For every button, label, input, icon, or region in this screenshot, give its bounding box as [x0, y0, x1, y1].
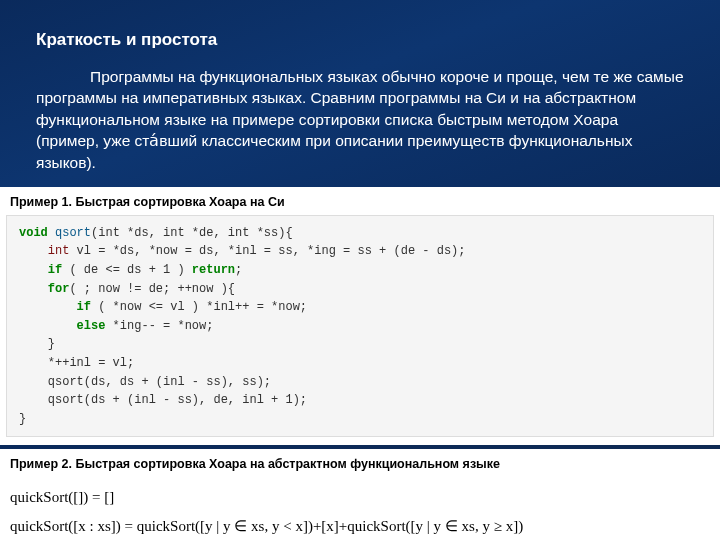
kw-if2: if	[77, 300, 91, 314]
math-line1: quickSort([]) = []	[10, 483, 710, 512]
example1-caption: Пример 1. Быстрая сортировка Хоара на Си	[10, 195, 714, 209]
decl-rest: vl = *ds, *now = ds, *inl = ss, *ing = s…	[69, 244, 465, 258]
if-cond: ( de <= ds + 1 )	[62, 263, 192, 277]
kw-return: return	[192, 263, 235, 277]
line-call2: qsort(ds + (inl - ss), de, inl + 1);	[48, 393, 307, 407]
example1-panel: Пример 1. Быстрая сортировка Хоара на Си…	[0, 187, 720, 446]
brace-close-outer: }	[19, 412, 26, 426]
example2-caption: Пример 2. Быстрая сортировка Хоара на аб…	[10, 457, 714, 471]
slide-title: Краткость и простота	[36, 30, 690, 50]
functional-code-block: quickSort([]) = [] quickSort([x : xs]) =…	[6, 477, 714, 540]
math-line2: quickSort([x : xs]) = quickSort([y | y ∈…	[10, 512, 710, 540]
line-assign: *++inl = vl;	[48, 356, 134, 370]
c-code-block: void qsort(int *ds, int *de, int *ss){ i…	[6, 215, 714, 438]
line-call1: qsort(ds, ds + (inl - ss), ss);	[48, 375, 271, 389]
semi1: ;	[235, 263, 242, 277]
kw-void: void	[19, 226, 48, 240]
kw-for: for	[48, 282, 70, 296]
for-head: ( ; now != de; ++now ){	[69, 282, 235, 296]
sig-rest: (int *ds, int *de, int *ss){	[91, 226, 293, 240]
fn-qsort: qsort	[55, 226, 91, 240]
slide: Краткость и простота Программы на функци…	[0, 0, 720, 540]
kw-else: else	[77, 319, 106, 333]
if2-rest: ( *now <= vl ) *inl++ = *now;	[91, 300, 307, 314]
body-paragraph: Программы на функциональных языках обычн…	[36, 66, 684, 173]
else-rest: *ing-- = *now;	[105, 319, 213, 333]
kw-if: if	[48, 263, 62, 277]
example2-panel: Пример 2. Быстрая сортировка Хоара на аб…	[0, 449, 720, 540]
brace-close-inner: }	[48, 337, 55, 351]
type-int: int	[48, 244, 70, 258]
